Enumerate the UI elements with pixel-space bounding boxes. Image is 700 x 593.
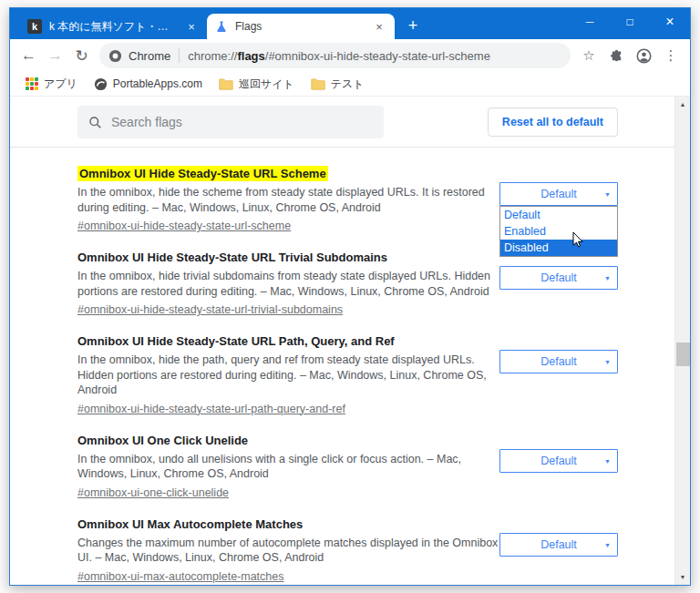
flag-select-column: Default ▼ (499, 533, 618, 557)
flag-entry-url-scheme: Omnibox UI Hide Steady-State URL Scheme … (77, 166, 618, 234)
flag-permalink[interactable]: #omnibox-ui-one-click-unelide (77, 486, 229, 501)
search-icon (88, 116, 102, 129)
flag-select-column: Default ▼ (499, 266, 618, 290)
tab-title: Flags (235, 20, 366, 33)
select-value: Default (540, 538, 577, 551)
flag-value-select[interactable]: Default ▼ (499, 182, 618, 206)
chevron-down-icon: ▼ (604, 541, 611, 547)
tab-title: k 本的に無料ソフト・フリーソフト (49, 19, 179, 35)
flask-icon (215, 20, 228, 33)
flag-description: In the omnibox, hide trivial subdomains … (77, 269, 499, 299)
reset-all-button[interactable]: Reset all to default (488, 107, 618, 137)
flag-title: Omnibox UI Hide Steady-State URL Path, Q… (77, 333, 499, 349)
flag-permalink[interactable]: #omnibox-ui-hide-steady-state-url-path-q… (77, 402, 345, 417)
flag-value-select[interactable]: Default ▼ (499, 449, 618, 473)
address-bar[interactable]: Chrome chrome://flags/#omnibox-ui-hide-s… (99, 43, 571, 68)
mouse-cursor (572, 231, 585, 253)
forward-button[interactable]: → (42, 43, 68, 68)
extensions-puzzle-icon[interactable] (602, 43, 630, 68)
flag-description: Changes the maximum number of autocomple… (77, 536, 499, 566)
site-chip-label: Chrome (129, 49, 170, 63)
flag-text: Omnibox UI Hide Steady-State URL Trivial… (77, 250, 499, 318)
search-box[interactable] (77, 106, 384, 138)
flag-value-select[interactable]: Default ▼ (499, 533, 618, 557)
folder-icon (311, 78, 325, 90)
title-bar: k k 本的に無料ソフト・フリーソフト × Flags × + ─ □ × (10, 8, 690, 39)
bookmark-folder-junkai[interactable]: 巡回サイト (211, 74, 303, 95)
reload-button[interactable]: ↻ (68, 43, 95, 68)
folder-icon (219, 78, 233, 90)
back-button[interactable]: ← (15, 43, 42, 68)
tab-flags[interactable]: Flags × (207, 14, 395, 39)
chevron-down-icon: ▼ (604, 457, 611, 464)
bookmark-label: テスト (331, 77, 365, 92)
flag-select-column: Default ▼ (499, 350, 618, 373)
bookmark-portableapps[interactable]: PortableApps.com (86, 75, 211, 94)
flag-text: Omnibox UI Max Autocomplete Matches Chan… (77, 516, 499, 585)
select-value: Default (540, 188, 577, 200)
bookmark-label: アプリ (44, 77, 77, 92)
bookmark-label: 巡回サイト (239, 77, 294, 92)
flag-value-select[interactable]: Default ▼ (499, 266, 618, 290)
flag-title: Omnibox UI Hide Steady-State URL Trivial… (77, 250, 499, 265)
search-flags-input[interactable] (111, 115, 373, 129)
select-value: Default (540, 455, 577, 467)
flag-text: Omnibox UI Hide Steady-State URL Scheme … (77, 166, 499, 234)
tab-close-icon[interactable]: × (184, 20, 199, 34)
flag-entry-max-autocomplete-matches: Omnibox UI Max Autocomplete Matches Chan… (77, 516, 618, 585)
profile-avatar-icon[interactable] (630, 43, 657, 68)
new-tab-button[interactable]: + (400, 13, 426, 38)
flag-title: Omnibox UI One Click Unelide (77, 433, 499, 448)
window-controls: ─ □ × (570, 8, 690, 36)
apps-grid-icon (26, 77, 38, 90)
site-favicon-icon: k (27, 19, 42, 34)
flag-description: In the omnibox, undo all unelisions with… (77, 452, 499, 482)
bookmark-folder-test[interactable]: テスト (303, 74, 373, 95)
search-highlight: Omnibox UI Hide Steady-State URL Scheme (77, 166, 328, 181)
flag-select-column: Default ▼ (499, 449, 618, 473)
flag-permalink[interactable]: #omnibox-ui-hide-steady-state-url-scheme (77, 219, 291, 234)
minimize-button[interactable]: ─ (570, 8, 610, 36)
portableapps-logo-icon (94, 77, 108, 91)
flag-select-column: Default ▼ Default Enabled Disabled (499, 182, 618, 206)
bookmark-apps[interactable]: アプリ (17, 74, 86, 95)
chip-separator (179, 48, 180, 63)
tab-gigafree[interactable]: k k 本的に無料ソフト・フリーソフト × (19, 14, 207, 39)
bookmarks-bar: アプリ PortableApps.com 巡回サイト テスト (10, 72, 690, 97)
scrollbar-thumb[interactable] (676, 343, 690, 366)
flag-description: In the omnibox, hide the scheme from ste… (77, 185, 499, 215)
url-text: chrome://flags/#omnibox-ui-hide-steady-s… (188, 49, 490, 63)
flags-search-row: Reset all to default (10, 97, 674, 147)
select-value: Default (540, 271, 577, 284)
navigation-toolbar: ← → ↻ Chrome chrome://flags/#omnibox-ui-… (10, 39, 690, 72)
chevron-down-icon: ▼ (604, 191, 611, 198)
scroll-up-icon[interactable]: ▲ (675, 97, 690, 112)
menu-dots-icon[interactable]: ⋮ (657, 43, 685, 68)
chevron-down-icon: ▼ (604, 275, 611, 281)
dropdown-option-enabled[interactable]: Enabled (500, 223, 617, 240)
flag-permalink[interactable]: #omnibox-ui-max-autocomplete-matches (77, 569, 283, 585)
scroll-down-icon[interactable]: ▼ (675, 569, 690, 585)
select-value: Default (540, 355, 577, 368)
flag-permalink[interactable]: #omnibox-ui-hide-steady-state-url-trivia… (77, 302, 343, 318)
tab-close-icon[interactable]: × (372, 20, 386, 34)
browser-window: k k 本的に無料ソフト・フリーソフト × Flags × + ─ □ × ← … (9, 7, 691, 586)
chrome-logo-icon (108, 49, 122, 63)
bookmark-label: PortableApps.com (113, 77, 202, 90)
flag-title: Omnibox UI Hide Steady-State URL Scheme (77, 166, 499, 181)
flag-entry-trivial-subdomains: Omnibox UI Hide Steady-State URL Trivial… (77, 250, 618, 318)
bookmark-star-icon[interactable]: ☆ (575, 43, 602, 68)
select-dropdown-list: Default Enabled Disabled (499, 206, 618, 257)
chevron-down-icon: ▼ (604, 359, 611, 365)
flag-description: In the omnibox, hide the path, query and… (77, 353, 499, 398)
site-chip: Chrome (108, 49, 170, 63)
dropdown-option-default[interactable]: Default (500, 207, 617, 223)
vertical-scrollbar[interactable]: ▲ ▼ (674, 97, 690, 585)
flags-page: Reset all to default Omnibox UI Hide Ste… (10, 97, 690, 585)
flag-text: Omnibox UI One Click Unelide In the omni… (77, 433, 499, 501)
dropdown-option-disabled[interactable]: Disabled (500, 240, 617, 256)
close-window-button[interactable]: × (650, 8, 690, 36)
maximize-button[interactable]: □ (610, 8, 650, 36)
flag-title: Omnibox UI Max Autocomplete Matches (77, 516, 499, 532)
flag-value-select[interactable]: Default ▼ (499, 350, 618, 373)
